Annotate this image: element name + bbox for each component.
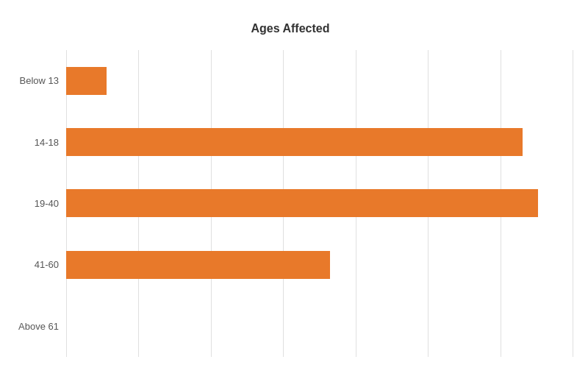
y-label: 14-18 [35, 120, 59, 164]
y-label: Below 13 [20, 59, 59, 103]
bar-row [66, 181, 573, 225]
bar-row [66, 243, 573, 287]
bar [66, 67, 107, 95]
bar-row [66, 304, 573, 348]
bar-row [66, 59, 573, 103]
y-label: Above 61 [18, 304, 59, 348]
bar [66, 128, 523, 156]
chart-body: Below 1314-1819-4041-60Above 61 [7, 50, 573, 357]
bar [66, 189, 538, 217]
chart-title: Ages Affected [7, 22, 573, 35]
bar [66, 251, 330, 279]
bar-row [66, 120, 573, 164]
y-label: 19-40 [35, 181, 59, 225]
chart-area [66, 50, 573, 357]
chart-container: Ages Affected Below 1314-1819-4041-60Abo… [0, 0, 588, 379]
y-label: 41-60 [35, 243, 59, 287]
y-axis: Below 1314-1819-4041-60Above 61 [7, 50, 66, 357]
